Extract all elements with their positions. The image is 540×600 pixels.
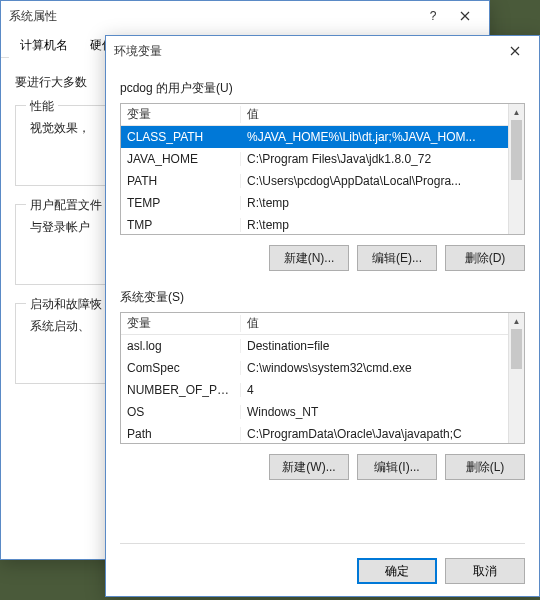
list-header: 变量 值 — [121, 313, 524, 335]
var-name: ComSpec — [121, 361, 241, 375]
var-value: %JAVA_HOME%\Lib\dt.jar;%JAVA_HOM... — [241, 130, 508, 144]
var-name: asl.log — [121, 339, 241, 353]
scroll-up-icon[interactable]: ▲ — [509, 313, 524, 329]
var-name: JAVA_HOME — [121, 152, 241, 166]
sys-delete-button[interactable]: 删除(L) — [445, 454, 525, 480]
cancel-button[interactable]: 取消 — [445, 558, 525, 584]
col-header-val[interactable]: 值 — [241, 106, 524, 123]
var-value: 4 — [241, 383, 508, 397]
list-row[interactable]: asl.log Destination=file — [121, 335, 508, 357]
col-header-var[interactable]: 变量 — [121, 106, 241, 123]
var-value: C:\Program Files\Java\jdk1.8.0_72 — [241, 152, 508, 166]
user-vars-label: pcdog 的用户变量(U) — [120, 80, 525, 97]
list-row[interactable]: NUMBER_OF_PR... 4 — [121, 379, 508, 401]
list-row[interactable]: PATH C:\Users\pcdog\AppData\Local\Progra… — [121, 170, 508, 192]
col-header-var[interactable]: 变量 — [121, 315, 241, 332]
watermark: Windows 10 Pro Insider — [417, 583, 534, 598]
list-row[interactable]: CLASS_PATH %JAVA_HOME%\Lib\dt.jar;%JAVA_… — [121, 126, 508, 148]
scrollbar[interactable]: ▲ — [508, 104, 524, 234]
tab-computer-name[interactable]: 计算机名 — [9, 32, 79, 58]
close-icon[interactable] — [499, 39, 531, 63]
env-body: pcdog 的用户变量(U) 变量 值 CLASS_PATH %JAVA_HOM… — [106, 66, 539, 510]
user-new-button[interactable]: 新建(N)... — [269, 245, 349, 271]
scroll-thumb[interactable] — [511, 329, 522, 369]
help-icon[interactable]: ? — [417, 4, 449, 28]
var-value: C:\windows\system32\cmd.exe — [241, 361, 508, 375]
var-value: R:\temp — [241, 218, 508, 232]
titlebar: 系统属性 ? — [1, 1, 489, 31]
sys-buttons: 新建(W)... 编辑(I)... 删除(L) — [120, 454, 525, 480]
list-row[interactable]: OS Windows_NT — [121, 401, 508, 423]
var-value: C:\Users\pcdog\AppData\Local\Progra... — [241, 174, 508, 188]
var-name: CLASS_PATH — [121, 130, 241, 144]
group-legend: 启动和故障恢 — [26, 296, 106, 313]
var-value: C:\ProgramData\Oracle\Java\javapath;C — [241, 427, 508, 441]
var-name: NUMBER_OF_PR... — [121, 383, 241, 397]
list-rows: CLASS_PATH %JAVA_HOME%\Lib\dt.jar;%JAVA_… — [121, 126, 508, 234]
window-title: 系统属性 — [9, 8, 417, 25]
list-row[interactable]: ComSpec C:\windows\system32\cmd.exe — [121, 357, 508, 379]
ok-button[interactable]: 确定 — [357, 558, 437, 584]
scrollbar[interactable]: ▲ — [508, 313, 524, 443]
sys-edit-button[interactable]: 编辑(I)... — [357, 454, 437, 480]
sys-vars-list[interactable]: 变量 值 asl.log Destination=file ComSpec C:… — [120, 312, 525, 444]
user-edit-button[interactable]: 编辑(E)... — [357, 245, 437, 271]
user-vars-list[interactable]: 变量 值 CLASS_PATH %JAVA_HOME%\Lib\dt.jar;%… — [120, 103, 525, 235]
list-row[interactable]: TMP R:\temp — [121, 214, 508, 234]
var-name: TEMP — [121, 196, 241, 210]
list-rows: asl.log Destination=file ComSpec C:\wind… — [121, 335, 508, 443]
titlebar: 环境变量 — [106, 36, 539, 66]
group-legend: 性能 — [26, 98, 58, 115]
list-row[interactable]: JAVA_HOME C:\Program Files\Java\jdk1.8.0… — [121, 148, 508, 170]
close-icon[interactable] — [449, 4, 481, 28]
var-value: Destination=file — [241, 339, 508, 353]
environment-variables-window: 环境变量 pcdog 的用户变量(U) 变量 值 CLASS_PATH %JAV… — [105, 35, 540, 597]
scroll-up-icon[interactable]: ▲ — [509, 104, 524, 120]
window-title: 环境变量 — [114, 43, 499, 60]
var-name: TMP — [121, 218, 241, 232]
var-name: PATH — [121, 174, 241, 188]
sys-new-button[interactable]: 新建(W)... — [269, 454, 349, 480]
var-value: Windows_NT — [241, 405, 508, 419]
list-row[interactable]: Path C:\ProgramData\Oracle\Java\javapath… — [121, 423, 508, 443]
dialog-buttons: 确定 取消 — [357, 558, 525, 584]
list-row[interactable]: TEMP R:\temp — [121, 192, 508, 214]
list-header: 变量 值 — [121, 104, 524, 126]
var-name: Path — [121, 427, 241, 441]
user-delete-button[interactable]: 删除(D) — [445, 245, 525, 271]
sys-vars-label: 系统变量(S) — [120, 289, 525, 306]
separator — [120, 543, 525, 544]
var-name: OS — [121, 405, 241, 419]
col-header-val[interactable]: 值 — [241, 315, 524, 332]
scroll-thumb[interactable] — [511, 120, 522, 180]
user-buttons: 新建(N)... 编辑(E)... 删除(D) — [120, 245, 525, 271]
group-legend: 用户配置文件 — [26, 197, 106, 214]
var-value: R:\temp — [241, 196, 508, 210]
